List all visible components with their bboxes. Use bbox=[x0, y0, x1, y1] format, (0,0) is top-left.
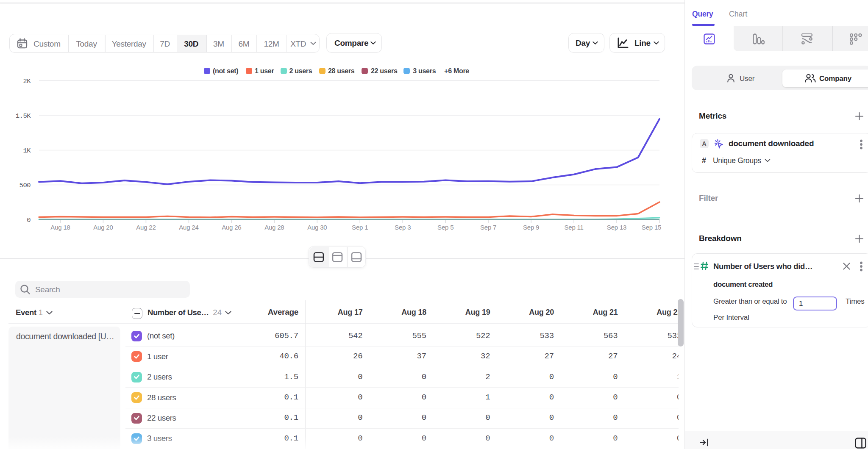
svg-text:Aug 24: Aug 24 bbox=[179, 224, 198, 231]
svg-text:Aug 28: Aug 28 bbox=[264, 224, 284, 231]
svg-text:Sep 3: Sep 3 bbox=[395, 224, 411, 231]
svg-text:Sep 1: Sep 1 bbox=[352, 224, 368, 231]
svg-text:Sep 9: Sep 9 bbox=[523, 224, 539, 231]
svg-text:Sep 13: Sep 13 bbox=[607, 224, 626, 231]
svg-text:Sep 7: Sep 7 bbox=[480, 224, 496, 231]
svg-text:1K: 1K bbox=[23, 147, 31, 155]
svg-text:1.5K: 1.5K bbox=[16, 112, 31, 120]
svg-text:2K: 2K bbox=[23, 78, 31, 85]
svg-text:500: 500 bbox=[19, 182, 31, 189]
svg-text:Sep 15: Sep 15 bbox=[642, 224, 661, 231]
svg-text:Aug 22: Aug 22 bbox=[136, 224, 156, 231]
svg-text:Aug 26: Aug 26 bbox=[222, 224, 241, 231]
svg-text:Aug 18: Aug 18 bbox=[50, 224, 70, 231]
svg-text:Aug 20: Aug 20 bbox=[93, 224, 113, 231]
svg-text:Sep 11: Sep 11 bbox=[564, 224, 583, 231]
svg-text:0: 0 bbox=[27, 216, 31, 224]
svg-text:Sep 5: Sep 5 bbox=[437, 224, 453, 231]
svg-text:Aug 30: Aug 30 bbox=[307, 224, 327, 231]
